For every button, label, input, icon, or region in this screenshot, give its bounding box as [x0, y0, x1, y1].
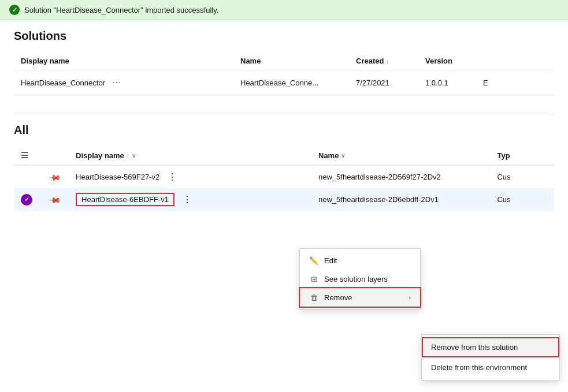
menu-see-solution-layers-label: See solution layers	[324, 275, 388, 283]
pencil-icon: ✏️	[309, 256, 318, 265]
solutions-table: Display name Name Created ↓ Version	[14, 52, 554, 95]
displayname-sort-desc: ∨	[132, 152, 136, 159]
all-th-name[interactable]: Name ∨	[311, 146, 490, 165]
all-cell-icon-1: 📌	[43, 188, 69, 211]
row1-ellipsis-button[interactable]: ⋮	[179, 193, 196, 206]
created-sort-icon: ↓	[386, 58, 389, 65]
menu-item-edit[interactable]: ✏️ Edit	[300, 251, 420, 270]
name-sort: ∨	[341, 152, 345, 159]
all-table: ☰ Display name ↑ ∨ Name ∨	[14, 146, 554, 211]
chevron-right-icon: ›	[409, 294, 411, 301]
displayname-sort-asc: ↑	[127, 152, 129, 159]
submenu-item-remove-from-solution[interactable]: Remove from this solution	[422, 337, 559, 357]
solutions-cell-version: 1.0.0.1	[418, 70, 476, 95]
check-circle-icon	[21, 194, 32, 206]
all-cell-name-1: new_5fheartdisease-2D6ebdff-2Dv1	[311, 188, 490, 211]
solutions-cell-more: E	[476, 70, 554, 95]
pin-icon-2: 📌	[48, 193, 61, 206]
all-row-selected: 📌 HeartDisease-6EBDFF-v1 ⋮ new_5fheartdi…	[14, 188, 554, 211]
menu-item-see-solution-layers[interactable]: ⊞ See solution layers	[300, 270, 420, 288]
solutions-cell-displayname: HeartDisease_Connector ···	[14, 70, 233, 95]
all-cell-name-0: new_5fheartdisease-2D569f27-2Dv2	[311, 165, 490, 188]
pin-icon: 📌	[48, 170, 61, 184]
layers-icon: ⊞	[309, 274, 318, 283]
success-icon	[9, 5, 20, 15]
solutions-row-ellipsis[interactable]: ···	[110, 76, 124, 89]
solutions-th-more	[476, 52, 554, 70]
all-row: 📌 HeartDisease-569F27-v2 ⋮ new_5fheartdi…	[14, 165, 554, 188]
menu-remove-label: Remove	[324, 293, 352, 302]
all-section: All ☰ Display name ↑ ∨	[14, 124, 554, 211]
solutions-th-displayname: Display name	[14, 52, 233, 70]
all-cell-displayname-1: HeartDisease-6EBDFF-v1 ⋮	[69, 188, 311, 211]
page-content: Solutions Display name Name Created ↓ Ve…	[0, 20, 568, 220]
menu-item-remove[interactable]: 🗑 Remove › Remove from this solution Del…	[300, 288, 420, 307]
solutions-header-row: Display name Name Created ↓ Version	[14, 52, 554, 70]
menu-item-remove-left: 🗑 Remove	[309, 293, 352, 302]
solutions-cell-created: 7/27/2021	[349, 70, 418, 95]
all-th-displayname[interactable]: Display name ↑ ∨	[69, 146, 311, 165]
all-th-type: Typ	[490, 146, 554, 165]
all-cell-type-1: Cus	[490, 188, 554, 211]
success-banner: Solution "HeartDisease_Connector" import…	[0, 0, 568, 20]
solutions-cell-name: HeartDisease_Conne...	[233, 70, 349, 95]
solutions-section: Solutions Display name Name Created ↓ Ve…	[14, 29, 554, 95]
all-cell-displayname-0: HeartDisease-569F27-v2 ⋮	[69, 165, 311, 188]
all-cell-check-0	[14, 165, 43, 188]
menu-edit-label: Edit	[324, 256, 337, 265]
all-th-rowicon	[43, 146, 69, 165]
solutions-th-version: Version	[418, 52, 476, 70]
trash-icon: 🗑	[309, 293, 318, 302]
submenu-delete-environment-label: Delete from this environment	[431, 363, 527, 372]
all-cell-type-0: Cus	[490, 165, 554, 188]
submenu-item-delete-from-environment[interactable]: Delete from this environment	[422, 357, 559, 378]
context-menu: ✏️ Edit ⊞ See solution layers 🗑 Remove ›…	[299, 248, 421, 309]
all-th-check: ☰	[14, 146, 43, 165]
section-divider	[14, 114, 554, 114]
context-menu-overlay: ✏️ Edit ⊞ See solution layers 🗑 Remove ›…	[299, 248, 421, 309]
solutions-title: Solutions	[14, 29, 554, 43]
filter-icon[interactable]: ☰	[21, 151, 28, 160]
solutions-th-name: Name	[233, 52, 349, 70]
submenu-remove-solution-label: Remove from this solution	[431, 343, 518, 352]
all-header-row: ☰ Display name ↑ ∨ Name ∨	[14, 146, 554, 165]
row0-ellipsis-button[interactable]: ⋮	[164, 170, 181, 184]
solutions-row: HeartDisease_Connector ··· HeartDisease_…	[14, 70, 554, 95]
selected-display-name: HeartDisease-6EBDFF-v1	[76, 193, 175, 206]
solutions-th-created[interactable]: Created ↓	[349, 52, 418, 70]
remove-submenu: Remove from this solution Delete from th…	[421, 334, 560, 380]
all-title: All	[14, 124, 554, 137]
success-message: Solution "HeartDisease_Connector" import…	[24, 6, 218, 14]
all-cell-icon-0: 📌	[43, 165, 69, 188]
all-cell-check-1	[14, 188, 43, 211]
